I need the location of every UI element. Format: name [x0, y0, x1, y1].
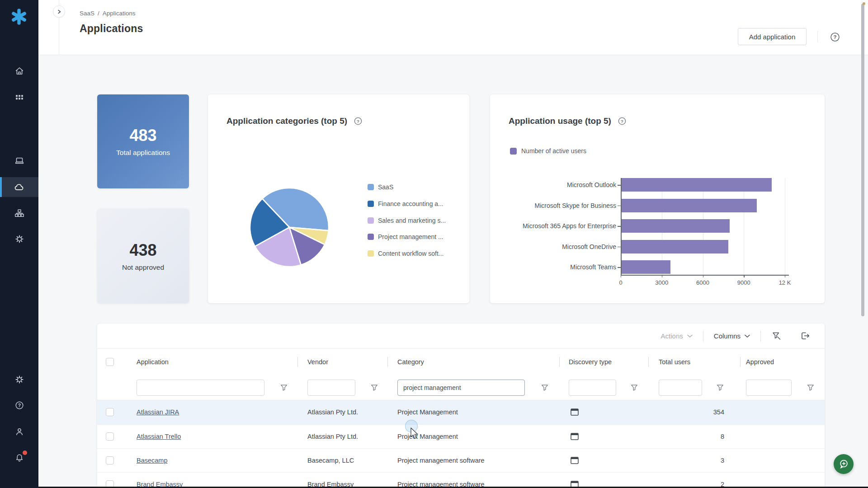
category-tick	[618, 226, 621, 227]
column-header-application[interactable]: Application	[137, 349, 169, 375]
cell-vendor: Atlassian Pty Ltd.	[307, 400, 358, 424]
x-axis-line	[621, 275, 789, 276]
axis-tick	[662, 275, 662, 277]
legend-label: Number of active users	[521, 147, 586, 155]
bar-microsoft-skype-for-business[interactable]	[622, 199, 757, 212]
sidebar-item-help[interactable]: ?	[0, 395, 38, 415]
sidebar-item-apps[interactable]	[0, 87, 38, 107]
clear-filter-icon	[771, 331, 782, 341]
column-header-total-users[interactable]: Total users	[659, 349, 690, 375]
sidebar-expand-button[interactable]	[53, 5, 65, 18]
cell-total-users: 8	[659, 425, 724, 449]
apps-grid-icon	[14, 92, 24, 102]
pie-legend-item[interactable]: Finance accounting a...	[368, 200, 443, 207]
application-link[interactable]: Basecamp	[137, 457, 168, 464]
chat-widget-button[interactable]	[834, 454, 854, 474]
select-all-checkbox[interactable]	[106, 358, 114, 366]
category-pie-chart[interactable]	[246, 184, 332, 270]
row-checkbox[interactable]	[106, 432, 114, 441]
vertical-scrollbar[interactable]	[861, 4, 864, 316]
vendor-filter-input[interactable]	[307, 380, 355, 396]
breadcrumb-separator: /	[98, 10, 99, 17]
pie-legend-item[interactable]: Content workflow soft...	[368, 250, 444, 257]
pie-legend-item[interactable]: Project management ...	[368, 233, 443, 240]
clear-filters-button[interactable]	[771, 331, 782, 341]
pie-legend-item[interactable]: SaaS	[368, 183, 393, 191]
column-header-discovery[interactable]: Discovery type	[569, 349, 612, 375]
category-filter-input[interactable]	[397, 380, 525, 396]
bar-microsoft-teams[interactable]	[622, 260, 671, 274]
breadcrumb-applications[interactable]: Applications	[103, 10, 136, 17]
header-button-divider	[817, 31, 818, 42]
add-application-button[interactable]: Add application	[738, 28, 807, 45]
bar-plot-area	[621, 178, 793, 275]
page-title: Applications	[80, 23, 143, 35]
question-circle-icon: ?	[830, 32, 840, 42]
help-circle-icon[interactable]: ?	[618, 117, 627, 126]
sidebar-item-devices[interactable]	[0, 150, 38, 170]
help-circle-icon: ?	[14, 400, 24, 410]
vendor-filter-button[interactable]	[370, 383, 379, 394]
export-icon	[800, 331, 811, 341]
help-circle-icon[interactable]: ?	[354, 117, 363, 126]
columns-dropdown[interactable]: Columns	[714, 332, 750, 340]
column-header-vendor[interactable]: Vendor	[307, 349, 328, 375]
column-header-approved[interactable]: Approved	[746, 349, 774, 375]
bar-category-label: Microsoft OneDrive	[508, 240, 616, 253]
sidebar-item-notifications[interactable]	[0, 448, 38, 468]
sidebar-item-integrations[interactable]	[0, 203, 38, 223]
application-filter-button[interactable]	[279, 383, 288, 394]
sidebar-item-settings[interactable]	[0, 370, 38, 389]
asterisk-logo-icon	[10, 8, 28, 25]
filter-funnel-icon	[630, 383, 639, 392]
legend-label: Finance accounting a...	[378, 200, 443, 207]
application-filter-input[interactable]	[137, 380, 264, 396]
table-row[interactable]: Atlassian TrelloAtlassian Pty Ltd.Projec…	[97, 424, 825, 448]
column-divider	[648, 357, 649, 367]
settings-gear-icon	[14, 234, 24, 244]
sidebar-item-profile[interactable]	[0, 422, 38, 441]
total-users-filter-button[interactable]	[716, 383, 725, 394]
gridline	[744, 178, 744, 275]
bar-microsoft-onedrive[interactable]	[622, 240, 728, 253]
applications-table-card: Actions Columns Applicat	[97, 324, 825, 488]
legend-label: Project management ...	[378, 233, 443, 240]
bar-microsoft-outlook[interactable]	[622, 178, 772, 192]
table-row[interactable]: BasecampBasecamp, LLCProject management …	[97, 448, 825, 472]
cloud-icon	[14, 182, 24, 192]
discovery-filter-button[interactable]	[630, 383, 639, 394]
column-divider	[387, 357, 388, 367]
table-row[interactable]: Brand EmbassyBrand EmbassyProject manage…	[97, 472, 825, 488]
app-logo[interactable]	[10, 8, 28, 25]
stat-card-total-applications: 483 Total applications	[97, 94, 189, 188]
pie-legend-item[interactable]: Sales and marketing s...	[368, 217, 446, 224]
application-link[interactable]: Atlassian Trello	[137, 433, 181, 440]
discovery-filter-input[interactable]	[569, 380, 616, 396]
page-help-button[interactable]: ?	[830, 32, 840, 44]
x-tick-label: 9000	[737, 279, 750, 286]
application-link[interactable]: Atlassian JIRA	[137, 408, 179, 416]
legend-label: Sales and marketing s...	[378, 217, 446, 224]
category-filter-button[interactable]	[540, 383, 549, 394]
sidebar-item-saas[interactable]	[0, 177, 38, 197]
cell-category: Project Management	[397, 400, 458, 424]
bar-legend: Number of active users	[510, 147, 586, 155]
export-button[interactable]	[800, 331, 811, 341]
column-header-category[interactable]: Category	[397, 349, 424, 375]
sidebar-item-workflows[interactable]	[0, 229, 38, 249]
breadcrumb-saas[interactable]: SaaS	[80, 10, 94, 17]
approved-filter-button[interactable]	[806, 383, 815, 394]
total-users-filter-input[interactable]	[659, 380, 702, 396]
actions-dropdown[interactable]: Actions	[661, 332, 693, 340]
x-tick-label: 6000	[696, 279, 709, 286]
bar-microsoft-365-apps-for-enterprise[interactable]	[622, 219, 730, 233]
approved-filter-input[interactable]	[746, 380, 792, 396]
browser-window-icon	[571, 408, 579, 416]
table-row[interactable]: Atlassian JIRAAtlassian Pty Ltd.Project …	[97, 400, 825, 424]
row-checkbox[interactable]	[106, 456, 114, 465]
row-checkbox[interactable]	[106, 408, 114, 416]
cell-application: Basecamp	[137, 449, 168, 473]
sidebar-item-home[interactable]	[0, 61, 38, 81]
cell-category: Project management software	[397, 449, 485, 473]
cell-application: Atlassian Trello	[137, 425, 181, 449]
